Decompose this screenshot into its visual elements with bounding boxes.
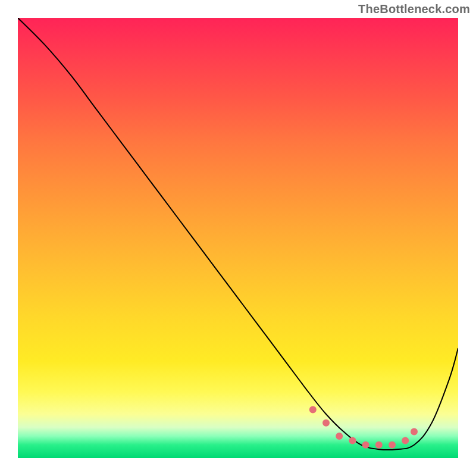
curve-markers <box>309 406 418 449</box>
curve-marker <box>411 428 418 436</box>
bottleneck-curve <box>18 18 458 450</box>
curve-marker <box>362 441 369 449</box>
chart-container: TheBottleneck.com <box>0 0 476 476</box>
curve-marker <box>309 406 317 414</box>
chart-svg-layer <box>18 18 458 458</box>
curve-marker <box>349 437 356 444</box>
curve-marker <box>389 441 396 449</box>
curve-marker <box>322 419 330 427</box>
curve-marker <box>402 437 409 444</box>
curve-marker <box>336 433 343 440</box>
curve-marker <box>375 441 383 449</box>
watermark-text: TheBottleneck.com <box>358 2 470 16</box>
